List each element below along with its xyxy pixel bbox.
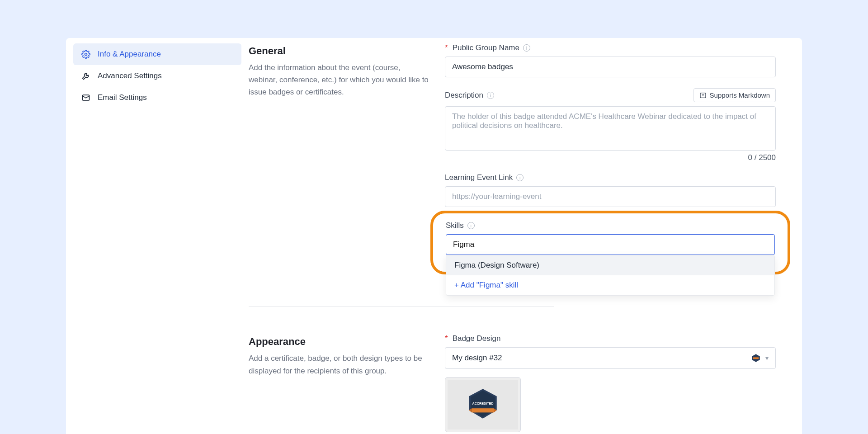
badge-design-select[interactable]: My design #32 ▾	[445, 347, 776, 369]
sidebar-item-advanced[interactable]: Advanced Settings	[73, 65, 241, 87]
svg-rect-8	[472, 409, 494, 413]
sidebar-item-label: Email Settings	[98, 93, 147, 102]
settings-panel: Info & Appearance Advanced Settings Emai…	[66, 38, 802, 434]
sidebar-item-label: Info & Appearance	[98, 50, 161, 59]
required-mark: *	[445, 43, 448, 52]
appearance-form: * Badge Design My design #32 ▾	[445, 334, 776, 434]
badge-preview[interactable]: ACCREDITED	[445, 377, 521, 432]
skills-input[interactable]	[446, 234, 775, 255]
skills-label: Skills i	[446, 221, 775, 230]
badge-preview-icon: ACCREDITED	[464, 386, 501, 423]
gear-icon	[81, 50, 90, 59]
section-title: General	[249, 45, 429, 57]
group-name-label: * Public Group Name i	[445, 43, 776, 52]
skills-option[interactable]: Figma (Design Software)	[446, 255, 774, 275]
info-icon[interactable]: i	[487, 92, 494, 99]
wrench-icon	[81, 71, 90, 80]
appearance-heading: Appearance Add a certificate, badge, or …	[249, 334, 438, 434]
mail-icon	[81, 93, 90, 102]
chevron-down-icon: ▾	[765, 354, 769, 362]
skills-dropdown: Figma (Design Software) + Add "Figma" sk…	[446, 255, 775, 296]
section-desc: Add the information about the event (cou…	[249, 61, 429, 99]
markdown-icon	[699, 92, 707, 99]
section-divider	[249, 306, 554, 307]
description-label: Description i	[445, 91, 494, 100]
svg-rect-4	[753, 358, 759, 359]
sidebar-item-email[interactable]: Email Settings	[73, 87, 241, 108]
markdown-badge[interactable]: Supports Markdown	[693, 88, 776, 102]
link-label: Learning Event Link i	[445, 173, 776, 182]
section-desc: Add a certificate, badge, or both design…	[249, 352, 429, 377]
svg-point-0	[85, 53, 87, 56]
group-name-input[interactable]	[445, 57, 776, 77]
info-icon[interactable]: i	[467, 222, 475, 229]
info-icon[interactable]: i	[523, 44, 530, 52]
badge-thumbnail-icon	[751, 353, 761, 363]
sidebar-item-label: Advanced Settings	[98, 71, 162, 80]
info-icon[interactable]: i	[516, 174, 524, 181]
skills-add-option[interactable]: + Add "Figma" skill	[446, 275, 774, 295]
general-heading: General Add the information about the ev…	[249, 43, 438, 290]
select-value: My design #32	[452, 354, 502, 363]
content-area: General Add the information about the ev…	[249, 38, 802, 434]
skills-highlight-box: Skills i Figma (Design Software) + Add "…	[430, 211, 790, 274]
section-title: Appearance	[249, 336, 429, 348]
sidebar: Info & Appearance Advanced Settings Emai…	[66, 38, 249, 434]
general-form: * Public Group Name i Description i Supp…	[445, 43, 776, 290]
sidebar-item-info-appearance[interactable]: Info & Appearance	[73, 43, 241, 65]
description-input[interactable]	[445, 106, 776, 151]
badge-design-label: * Badge Design	[445, 334, 776, 343]
char-counter: 0 / 2500	[445, 153, 776, 162]
required-mark: *	[445, 334, 448, 343]
svg-text:ACCREDITED: ACCREDITED	[472, 402, 494, 406]
link-input[interactable]	[445, 186, 776, 207]
